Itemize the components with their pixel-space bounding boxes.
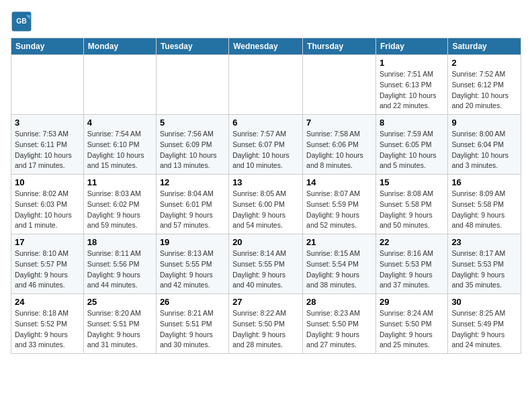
day-number: 26 — [160, 297, 225, 307]
day-number: 13 — [232, 177, 299, 187]
day-cell: 12Sunrise: 8:04 AM Sunset: 6:01 PM Dayli… — [156, 175, 228, 234]
day-info: Sunrise: 8:16 AM Sunset: 5:53 PM Dayligh… — [380, 248, 444, 291]
day-cell: 8Sunrise: 7:59 AM Sunset: 6:05 PM Daylig… — [375, 115, 447, 175]
day-cell: 15Sunrise: 8:08 AM Sunset: 5:58 PM Dayli… — [375, 175, 447, 234]
day-number: 3 — [15, 118, 80, 128]
day-number: 8 — [380, 118, 444, 128]
day-cell: 23Sunrise: 8:17 AM Sunset: 5:53 PM Dayli… — [448, 234, 521, 294]
day-number: 25 — [87, 297, 152, 307]
day-number: 15 — [380, 177, 444, 187]
day-info: Sunrise: 7:57 AM Sunset: 6:07 PM Dayligh… — [232, 129, 299, 171]
day-cell: 16Sunrise: 8:09 AM Sunset: 5:58 PM Dayli… — [448, 175, 521, 234]
day-number: 17 — [15, 237, 80, 247]
day-number: 14 — [306, 177, 372, 187]
week-row-5: 24Sunrise: 8:18 AM Sunset: 5:52 PM Dayli… — [11, 294, 521, 354]
day-number: 1 — [380, 58, 444, 68]
day-info: Sunrise: 7:53 AM Sunset: 6:11 PM Dayligh… — [15, 129, 80, 171]
day-cell: 17Sunrise: 8:10 AM Sunset: 5:57 PM Dayli… — [11, 234, 84, 294]
weekday-header-saturday: Saturday — [448, 38, 521, 55]
day-cell: 10Sunrise: 8:02 AM Sunset: 6:03 PM Dayli… — [11, 175, 84, 234]
week-row-3: 10Sunrise: 8:02 AM Sunset: 6:03 PM Dayli… — [11, 175, 521, 234]
day-number: 27 — [232, 297, 299, 307]
day-cell — [303, 55, 376, 115]
day-info: Sunrise: 7:52 AM Sunset: 6:12 PM Dayligh… — [451, 69, 517, 111]
day-cell: 29Sunrise: 8:24 AM Sunset: 5:50 PM Dayli… — [375, 294, 447, 354]
day-info: Sunrise: 7:58 AM Sunset: 6:06 PM Dayligh… — [306, 129, 372, 171]
weekday-header-wednesday: Wednesday — [229, 38, 303, 55]
day-cell: 30Sunrise: 8:25 AM Sunset: 5:49 PM Dayli… — [448, 294, 521, 354]
weekday-header-friday: Friday — [375, 38, 447, 55]
day-cell: 26Sunrise: 8:21 AM Sunset: 5:51 PM Dayli… — [156, 294, 228, 354]
day-info: Sunrise: 8:22 AM Sunset: 5:50 PM Dayligh… — [232, 308, 299, 351]
day-cell: 7Sunrise: 7:58 AM Sunset: 6:06 PM Daylig… — [303, 115, 376, 175]
logo: GB — [11, 11, 36, 32]
day-info: Sunrise: 8:14 AM Sunset: 5:55 PM Dayligh… — [232, 248, 299, 291]
day-number: 11 — [87, 177, 152, 187]
day-cell: 3Sunrise: 7:53 AM Sunset: 6:11 PM Daylig… — [11, 115, 84, 175]
day-info: Sunrise: 7:54 AM Sunset: 6:10 PM Dayligh… — [87, 129, 152, 171]
day-info: Sunrise: 8:15 AM Sunset: 5:54 PM Dayligh… — [306, 248, 372, 291]
logo-icon: GB — [11, 11, 32, 32]
weekday-header-tuesday: Tuesday — [156, 38, 228, 55]
day-info: Sunrise: 8:11 AM Sunset: 5:56 PM Dayligh… — [87, 248, 152, 291]
day-number: 5 — [160, 118, 225, 128]
day-number: 18 — [87, 237, 152, 247]
day-number: 19 — [160, 237, 225, 247]
day-number: 23 — [451, 237, 517, 247]
day-cell: 6Sunrise: 7:57 AM Sunset: 6:07 PM Daylig… — [229, 115, 303, 175]
day-cell: 28Sunrise: 8:23 AM Sunset: 5:50 PM Dayli… — [303, 294, 376, 354]
day-info: Sunrise: 7:51 AM Sunset: 6:13 PM Dayligh… — [380, 69, 444, 111]
header: GB — [11, 11, 521, 32]
day-number: 4 — [87, 118, 152, 128]
day-number: 10 — [15, 177, 80, 187]
weekday-header-row: SundayMondayTuesdayWednesdayThursdayFrid… — [11, 38, 521, 55]
day-number: 16 — [451, 177, 517, 187]
week-row-1: 1Sunrise: 7:51 AM Sunset: 6:13 PM Daylig… — [11, 55, 521, 115]
day-cell: 18Sunrise: 8:11 AM Sunset: 5:56 PM Dayli… — [83, 234, 156, 294]
weekday-header-sunday: Sunday — [11, 38, 84, 55]
day-cell: 22Sunrise: 8:16 AM Sunset: 5:53 PM Dayli… — [375, 234, 447, 294]
day-cell — [156, 55, 228, 115]
day-info: Sunrise: 7:59 AM Sunset: 6:05 PM Dayligh… — [380, 129, 444, 171]
day-info: Sunrise: 8:24 AM Sunset: 5:50 PM Dayligh… — [380, 308, 444, 351]
day-info: Sunrise: 8:02 AM Sunset: 6:03 PM Dayligh… — [15, 189, 80, 231]
day-info: Sunrise: 8:03 AM Sunset: 6:02 PM Dayligh… — [87, 189, 152, 231]
day-cell: 25Sunrise: 8:20 AM Sunset: 5:51 PM Dayli… — [83, 294, 156, 354]
day-cell: 19Sunrise: 8:13 AM Sunset: 5:55 PM Dayli… — [156, 234, 228, 294]
day-info: Sunrise: 8:05 AM Sunset: 6:00 PM Dayligh… — [232, 189, 299, 231]
day-info: Sunrise: 8:25 AM Sunset: 5:49 PM Dayligh… — [451, 308, 517, 351]
day-number: 21 — [306, 237, 372, 247]
day-info: Sunrise: 8:07 AM Sunset: 5:59 PM Dayligh… — [306, 189, 372, 231]
day-cell: 24Sunrise: 8:18 AM Sunset: 5:52 PM Dayli… — [11, 294, 84, 354]
day-cell — [11, 55, 84, 115]
day-cell: 2Sunrise: 7:52 AM Sunset: 6:12 PM Daylig… — [448, 55, 521, 115]
day-number: 24 — [15, 297, 80, 307]
day-number: 7 — [306, 118, 372, 128]
day-info: Sunrise: 8:00 AM Sunset: 6:04 PM Dayligh… — [451, 129, 517, 171]
day-info: Sunrise: 8:20 AM Sunset: 5:51 PM Dayligh… — [87, 308, 152, 351]
day-cell: 14Sunrise: 8:07 AM Sunset: 5:59 PM Dayli… — [303, 175, 376, 234]
day-cell: 21Sunrise: 8:15 AM Sunset: 5:54 PM Dayli… — [303, 234, 376, 294]
day-cell: 1Sunrise: 7:51 AM Sunset: 6:13 PM Daylig… — [375, 55, 447, 115]
svg-text:GB: GB — [16, 17, 27, 25]
day-info: Sunrise: 8:10 AM Sunset: 5:57 PM Dayligh… — [15, 248, 80, 291]
day-number: 2 — [451, 58, 517, 68]
day-info: Sunrise: 8:08 AM Sunset: 5:58 PM Dayligh… — [380, 189, 444, 231]
day-info: Sunrise: 8:18 AM Sunset: 5:52 PM Dayligh… — [15, 308, 80, 351]
day-cell: 5Sunrise: 7:56 AM Sunset: 6:09 PM Daylig… — [156, 115, 228, 175]
day-number: 22 — [380, 237, 444, 247]
day-cell — [229, 55, 303, 115]
day-number: 20 — [232, 237, 299, 247]
week-row-2: 3Sunrise: 7:53 AM Sunset: 6:11 PM Daylig… — [11, 115, 521, 175]
day-info: Sunrise: 8:04 AM Sunset: 6:01 PM Dayligh… — [160, 189, 225, 231]
day-cell: 13Sunrise: 8:05 AM Sunset: 6:00 PM Dayli… — [229, 175, 303, 234]
day-number: 28 — [306, 297, 372, 307]
calendar: SundayMondayTuesdayWednesdayThursdayFrid… — [11, 38, 521, 354]
weekday-header-thursday: Thursday — [303, 38, 376, 55]
day-number: 30 — [451, 297, 517, 307]
day-cell — [83, 55, 156, 115]
day-number: 29 — [380, 297, 444, 307]
day-cell: 4Sunrise: 7:54 AM Sunset: 6:10 PM Daylig… — [83, 115, 156, 175]
day-cell: 9Sunrise: 8:00 AM Sunset: 6:04 PM Daylig… — [448, 115, 521, 175]
day-number: 6 — [232, 118, 299, 128]
